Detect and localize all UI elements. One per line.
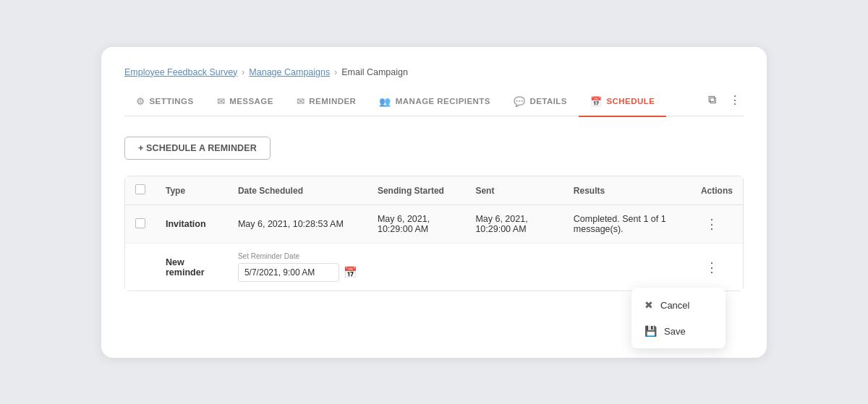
- header-checkbox[interactable]: [135, 184, 145, 194]
- tab-message-label: MESSAGE: [229, 97, 273, 106]
- row-checkbox[interactable]: [135, 218, 145, 228]
- col-results: Results: [563, 176, 691, 205]
- tab-schedule-label: SCHEDULE: [606, 97, 655, 106]
- tabs-actions: ⧉ ⋮: [705, 92, 744, 114]
- row-type: Invitation: [156, 205, 228, 244]
- row-checkbox-cell: [125, 205, 156, 244]
- tab-schedule[interactable]: 📅 SCHEDULE: [579, 90, 666, 117]
- breadcrumb-current: Email Campaign: [341, 67, 408, 77]
- settings-icon: ⚙: [136, 96, 145, 107]
- breadcrumb: Employee Feedback Survey › Manage Campai…: [124, 67, 744, 77]
- reminder-actions: ⋮ ✖ Cancel 💾 Save: [691, 244, 743, 291]
- table-header-row: Type Date Scheduled Sending Started Sent…: [125, 176, 743, 205]
- table-row: Invitation May 6, 2021, 10:28:53 AM May …: [125, 205, 743, 244]
- tab-manage-recipients[interactable]: 👥 MANAGE RECIPIENTS: [367, 90, 502, 117]
- cancel-icon: ✖: [644, 299, 653, 311]
- dropdown-cancel[interactable]: ✖ Cancel: [631, 292, 726, 318]
- message-icon: ✉: [217, 96, 225, 107]
- date-label: Set Reminder Date: [238, 252, 357, 260]
- row-actions: ⋮: [691, 205, 743, 244]
- schedule-table-wrap: Type Date Scheduled Sending Started Sent…: [124, 176, 744, 291]
- reminder-results: [563, 244, 691, 291]
- dropdown-save[interactable]: 💾 Save: [631, 318, 726, 344]
- row-date-scheduled: May 6, 2021, 10:28:53 AM: [228, 205, 367, 244]
- cancel-label: Cancel: [660, 300, 689, 311]
- reminder-sent: [465, 244, 563, 291]
- row-sent: May 6, 2021, 10:29:00 AM: [465, 205, 563, 244]
- reminder-kebab-button[interactable]: ⋮: [701, 258, 723, 277]
- reminder-icon: ✉: [297, 96, 305, 107]
- col-type: Type: [156, 176, 228, 205]
- schedule-reminder-button[interactable]: + SCHEDULE A REMINDER: [124, 137, 271, 160]
- schedule-icon: 📅: [590, 96, 602, 107]
- more-options-button[interactable]: ⋮: [726, 92, 744, 108]
- date-input[interactable]: [238, 263, 339, 282]
- breadcrumb-sep-2: ›: [334, 67, 337, 77]
- copy-button[interactable]: ⧉: [705, 92, 719, 108]
- tab-settings[interactable]: ⚙ SETTINGS: [124, 90, 205, 117]
- table-row: New reminder Set Reminder Date 📅: [125, 244, 743, 291]
- schedule-table: Type Date Scheduled Sending Started Sent…: [125, 176, 743, 291]
- calendar-icon[interactable]: 📅: [344, 266, 357, 279]
- tab-message[interactable]: ✉ MESSAGE: [205, 90, 285, 117]
- details-icon: 💬: [514, 96, 525, 107]
- tab-details[interactable]: 💬 DETAILS: [502, 90, 579, 117]
- col-actions: Actions: [691, 176, 743, 205]
- col-date-scheduled: Date Scheduled: [228, 176, 367, 205]
- tab-settings-label: SETTINGS: [149, 97, 193, 106]
- tab-details-label: DETAILS: [529, 97, 567, 106]
- breadcrumb-campaigns[interactable]: Manage Campaigns: [249, 67, 330, 77]
- main-card: Employee Feedback Survey › Manage Campai…: [101, 47, 767, 358]
- row-kebab-button[interactable]: ⋮: [701, 215, 723, 233]
- col-checkbox: [125, 176, 156, 205]
- save-label: Save: [664, 326, 686, 337]
- save-icon: 💾: [644, 325, 657, 337]
- date-input-wrap: Set Reminder Date 📅: [238, 252, 357, 282]
- row-sending-started: May 6, 2021, 10:29:00 AM: [367, 205, 465, 244]
- tab-manage-recipients-label: MANAGE RECIPIENTS: [396, 97, 490, 106]
- col-sending-started: Sending Started: [367, 176, 465, 205]
- reminder-checkbox-cell: [125, 244, 156, 291]
- breadcrumb-sep-1: ›: [242, 67, 244, 77]
- tabs-bar: ⚙ SETTINGS ✉ MESSAGE ✉ REMINDER 👥 MANAGE…: [124, 90, 744, 117]
- tab-reminder[interactable]: ✉ REMINDER: [285, 90, 367, 117]
- reminder-type: New reminder: [156, 244, 228, 291]
- breadcrumb-survey[interactable]: Employee Feedback Survey: [124, 67, 237, 77]
- schedule-content: + SCHEDULE A REMINDER Type Date Schedule…: [124, 116, 744, 291]
- row-results: Completed. Sent 1 of 1 message(s).: [563, 205, 691, 244]
- date-input-row: 📅: [238, 263, 357, 282]
- actions-dropdown: ✖ Cancel 💾 Save: [631, 288, 726, 348]
- tab-reminder-label: REMINDER: [309, 97, 356, 106]
- col-sent: Sent: [465, 176, 563, 205]
- reminder-date-cell: Set Reminder Date 📅: [228, 244, 367, 291]
- reminder-sending-started: [367, 244, 465, 291]
- recipients-icon: 👥: [379, 96, 391, 107]
